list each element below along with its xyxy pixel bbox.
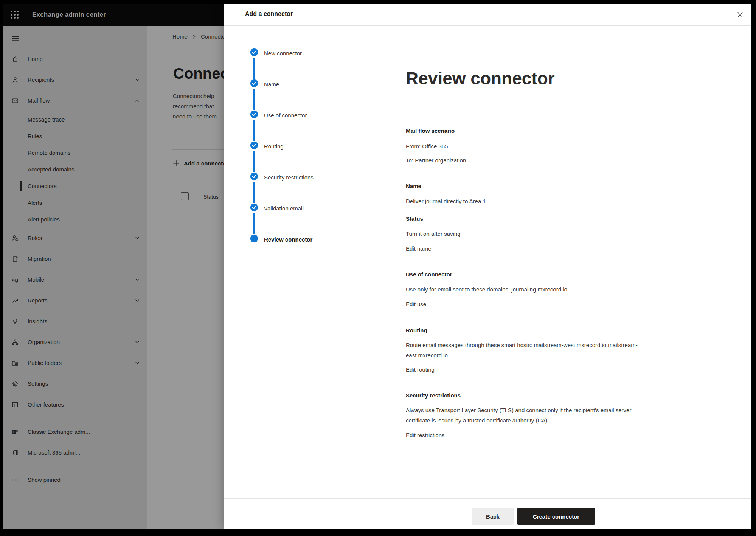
edit-name-link[interactable]: Edit name [406, 245, 432, 252]
add-connector-dialog: Add a connector New connector Name Us [224, 4, 751, 529]
edit-use-link[interactable]: Edit use [406, 300, 426, 308]
app-window: Exchange admin center Home Recipients Ma… [3, 4, 751, 529]
wizard-step-use-of-connector[interactable]: Use of connector [250, 111, 307, 119]
step-connector-line [253, 213, 255, 234]
mail-flow-scenario-heading: Mail flow scenario [406, 127, 455, 135]
create-connector-button[interactable]: Create connector [517, 508, 595, 525]
use-of-connector-heading: Use of connector [406, 270, 452, 278]
step-check-icon [250, 203, 258, 213]
status-value: Turn it on after saving [406, 229, 648, 239]
wizard-step-name[interactable]: Name [250, 80, 279, 88]
name-heading: Name [406, 182, 421, 190]
step-connector-line [253, 182, 255, 203]
wizard-step-validation-email[interactable]: Validation email [250, 204, 304, 212]
dialog-header: Add a connector [224, 4, 751, 26]
dialog-footer: Back Create connector [224, 498, 751, 529]
step-connector-line [253, 151, 255, 172]
back-button[interactable]: Back [472, 508, 514, 525]
routing-value: Route email messages through these smart… [406, 340, 648, 360]
review-connector-panel: Review connector Mail flow scenario From… [380, 26, 751, 498]
step-check-icon [250, 110, 258, 120]
status-heading: Status [406, 215, 423, 223]
mail-flow-to: To: Partner organization [406, 155, 648, 165]
wizard-step-routing[interactable]: Routing [250, 142, 284, 150]
security-restrictions-value: Always use Transport Layer Security (TLS… [406, 405, 648, 425]
step-connector-line [253, 58, 255, 79]
name-value: Deliver journal directly to Area 1 [406, 196, 648, 206]
review-title: Review connector [406, 68, 555, 89]
security-restrictions-heading: Security restrictions [406, 391, 461, 399]
close-icon[interactable] [734, 9, 746, 21]
wizard-step-review-connector[interactable]: Review connector [250, 235, 312, 243]
routing-heading: Routing [406, 326, 427, 334]
step-connector-line [253, 89, 255, 110]
wizard-step-security-restrictions[interactable]: Security restrictions [250, 173, 314, 181]
wizard-steps-nav: New connector Name Use of connector Rout… [224, 26, 380, 498]
use-of-connector-value: Use only for email sent to these domains… [406, 284, 648, 294]
wizard-step-new-connector[interactable]: New connector [250, 49, 302, 57]
step-check-icon [250, 172, 258, 182]
step-check-icon [250, 79, 258, 89]
step-connector-line [253, 120, 255, 141]
step-check-icon [250, 141, 258, 151]
dialog-title: Add a connector [245, 11, 293, 17]
edit-routing-link[interactable]: Edit routing [406, 366, 435, 374]
edit-restrictions-link[interactable]: Edit restrictions [406, 431, 445, 439]
step-check-icon [250, 48, 258, 58]
step-current-dot-icon [250, 234, 258, 244]
mail-flow-from: From: Office 365 [406, 141, 648, 151]
